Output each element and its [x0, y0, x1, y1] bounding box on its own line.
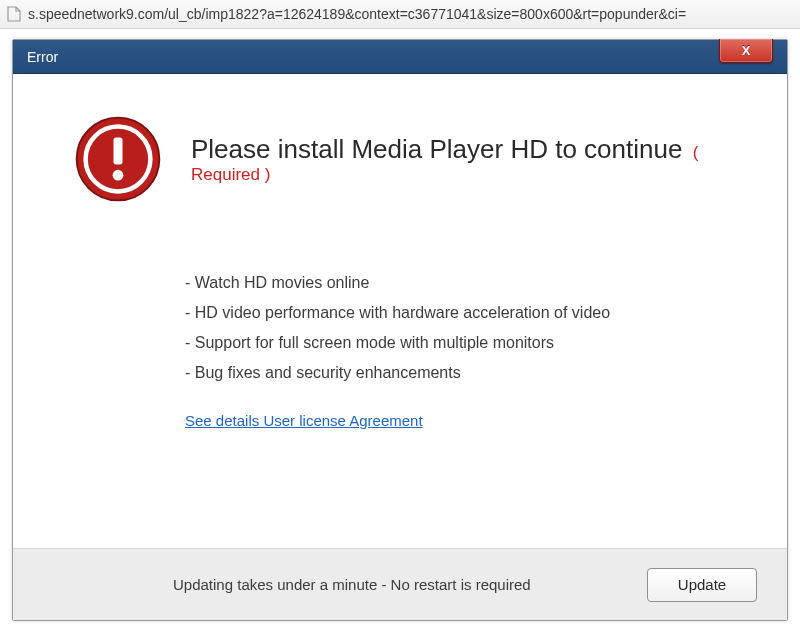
feature-list: - Watch HD movies online - HD video perf… [185, 274, 727, 430]
address-url[interactable]: s.speednetwork9.com/ul_cb/imp1822?a=1262… [28, 6, 794, 22]
address-bar: s.speednetwork9.com/ul_cb/imp1822?a=1262… [0, 0, 800, 29]
svg-point-4 [113, 170, 124, 181]
footer-text: Updating takes under a minute - No resta… [173, 576, 531, 593]
headline-text-wrap: Please install Media Player HD to contin… [191, 134, 727, 185]
exclamation-icon [73, 114, 163, 204]
feature-item: - Watch HD movies online [185, 274, 727, 292]
eula-link[interactable]: See details User license Agreement [185, 412, 423, 429]
update-button[interactable]: Update [647, 568, 757, 602]
feature-item: - Bug fixes and security enhancements [185, 364, 727, 382]
dialog-title: Error [27, 49, 58, 65]
dialog-body: Please install Media Player HD to contin… [13, 74, 787, 548]
dialog-footer: Updating takes under a minute - No resta… [13, 548, 787, 620]
close-icon: X [742, 43, 751, 58]
feature-item: - HD video performance with hardware acc… [185, 304, 727, 322]
error-dialog: Error X Please install Media Player HD t… [12, 39, 788, 621]
headline-row: Please install Media Player HD to contin… [73, 114, 727, 204]
close-button[interactable]: X [719, 39, 773, 63]
svg-rect-3 [114, 137, 123, 164]
headline-text: Please install Media Player HD to contin… [191, 134, 682, 164]
feature-item: - Support for full screen mode with mult… [185, 334, 727, 352]
title-bar: Error X [13, 40, 787, 74]
page-icon [6, 6, 22, 22]
